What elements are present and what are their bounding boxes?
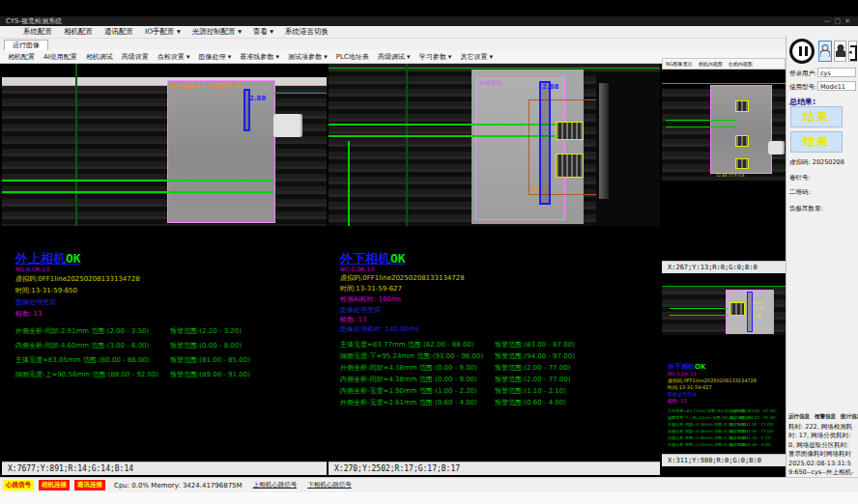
small-top-green-line-1 — [666, 120, 737, 121]
result-box-upper: 结果 — [790, 106, 843, 127]
small-top-tabs: NG图像显示 相机内视图 右相内视图 — [662, 58, 786, 70]
window-titlebar: CYS-视觉检测系统 — [0, 16, 858, 26]
toolbar-plc-address[interactable]: PLC地址表 — [336, 52, 369, 62]
login-user-label: 登录用户: — [789, 70, 816, 78]
middle-scene-vline-1 — [348, 141, 350, 226]
left-scene-green-line-1 — [2, 180, 273, 182]
comm-connect-badge: 通讯连接 — [74, 480, 105, 490]
small-bottom-annotation: 83.7795.244.38 — [753, 300, 763, 319]
small-bottom-row: 外侧全桥-间隙=4.38mm 范围:(0.00 - 9.00)预警范围:(2.0… — [668, 422, 748, 427]
pause-icon — [799, 46, 802, 56]
small-bottom-row: 外侧全桥-宽度=2.61mm 范围:(0.60 - 4.00)预警范围:(0.6… — [668, 442, 748, 447]
menu-item-comm-config[interactable]: 通讯配置 — [104, 27, 133, 37]
small-bottom-row: 主体宽度=83.77mm 范围:(82.00 - 88.00)预警范围:(83.… — [668, 408, 746, 413]
menu-item-light-config[interactable]: 光源控制配置 ▾ — [192, 27, 242, 37]
middle-ai-time: 检测AI耗时: 160ms — [340, 294, 401, 304]
toolbar-advanced-debug[interactable]: 高级调试 ▾ — [378, 52, 411, 62]
tab-alarm-info[interactable]: 报警信息 — [815, 413, 836, 420]
middle-measure-row: 主体宽度=83.77mm 范围:(82.00 - 88.00)预警范围:(83.… — [340, 340, 474, 350]
toolbar-advanced-settings[interactable]: 高级设置 — [122, 52, 149, 62]
toolbar-ai-config[interactable]: AI使用配置 — [43, 52, 77, 62]
small-bottom-green-line-2 — [670, 315, 728, 316]
small-top-weld-box-1 — [735, 100, 749, 112]
left-time: 时间:13-31-59-650 — [15, 286, 77, 295]
left-measure-row: 隔圈宽度-上=90.56mm 范围:(88.00 - 92.00)预警范围:(8… — [15, 370, 158, 379]
tab-run-info[interactable]: 运行信息 — [788, 413, 810, 420]
app-window: CYS-视觉检测系统 —▢✕ e 系统配置 相机配置 通讯配置 IO手配置 ▾ … — [0, 0, 858, 504]
toolbar-test-params[interactable]: 测试项参数 ▾ — [288, 52, 328, 62]
small-top-olive-line — [662, 83, 786, 84]
model-field[interactable]: Mode11 — [817, 81, 856, 91]
menu-item-system-config[interactable]: 系统配置 — [23, 27, 52, 37]
user-login-button[interactable] — [818, 41, 832, 62]
middle-result-ok: OK — [390, 251, 406, 266]
middle-camera-viewport[interactable]: AI检测框 检测区域 2.88 外下相机OK NG:0,OK:13 虚拟码:0F… — [329, 64, 660, 462]
left-scene-green-line-2 — [2, 191, 273, 193]
small-bottom-time: 时间:13-31-59-627 — [668, 384, 712, 390]
info-tabs: 运行信息 报警信息 统计信息 — [788, 413, 856, 420]
left-scene-teal-line — [273, 93, 327, 94]
middle-measure-row: 外侧全桥-宽度=2.61mm 范围:(0.60 - 4.00)预警范围:(0.6… — [340, 398, 477, 407]
pause-button[interactable] — [789, 39, 815, 64]
middle-measure-row: 隔圈宽度-下=95.24mm 范围:(93.00 - 98.00)预警范围:(9… — [340, 351, 483, 361]
left-measure-row: 外侧全桥-间隙:2.91mm 范围:(2.00 - 3.50)预警范围:(2.2… — [15, 326, 149, 336]
small-bottom-green-line-1 — [670, 308, 728, 309]
small-bottom-barcode: 虚拟码:0FF1line20250208133134728 — [668, 378, 757, 383]
toolbar-image-processing[interactable]: 图像处理 ▾ — [199, 52, 232, 62]
menu-item-language[interactable]: 系统语言切换 — [285, 27, 329, 37]
small-bottom-frames: 幅数: 13 — [668, 398, 687, 404]
middle-measure-row: 内侧全桥-宽度=1.90mm 范围:(1.00 - 2.20)预警范围:(1.1… — [340, 386, 477, 396]
tab-ng-image[interactable]: NG图像显示 — [666, 61, 693, 67]
left-measure-row: 主体宽度=83.05mm 范围:(80.00 - 86.00)预警范围:(81.… — [15, 355, 150, 365]
middle-scene-top-line — [329, 68, 660, 69]
user-switch-button[interactable] — [834, 41, 846, 62]
small-top-weld-box-3 — [735, 158, 749, 169]
small-top-green-line-2 — [666, 126, 737, 127]
toolbar-learning-params[interactable]: 学习参数 ▾ — [419, 52, 452, 62]
middle-scene-vline-2 — [406, 64, 408, 226]
small-top-statusbar: X:267;Y:13;R:0;G:0;B:0 — [662, 261, 786, 273]
toolbar-camera-config[interactable]: 相机配置 — [8, 52, 35, 62]
middle-measure-row: 内侧全桥-间隙=4.38mm 范围:(0.00 - 9.00)预警范围:(2.0… — [340, 375, 477, 384]
toolbar-other-settings[interactable]: 其它设置 ▾ — [460, 52, 493, 62]
left-barcode: 虚拟码:0FF1line20250208133134728 — [15, 274, 140, 284]
small-bottom-weld-box — [729, 302, 745, 316]
heartbeat-badge: 心跳信号 — [3, 480, 34, 490]
small-top-viewport[interactable]: 12.88 17.5 0.8 — [662, 70, 786, 261]
camera-connect-badge: 相机连接 — [39, 480, 70, 490]
left-measure-row: 内侧全桥-间隙:4.60mm 范围:(3.00 - 6.00)预警范围:(0.0… — [15, 341, 149, 350]
toolbar-spot-check[interactable]: 点检设置 ▾ — [157, 52, 190, 62]
lower-camera-heartbeat-link[interactable]: 下相机心跳信号 — [307, 481, 352, 490]
menu-bar: 系统配置 相机配置 通讯配置 IO手配置 ▾ 光源控制配置 ▾ 查看 ▾ 系统语… — [0, 26, 858, 39]
toolbar-baseline-params[interactable]: 基准线参数 ▾ — [240, 52, 279, 62]
small-bottom-statusbar: X:311;Y:980;R:0;G:0;B:0 — [662, 454, 786, 466]
model-label: 使用型号: — [789, 83, 816, 92]
small-bottom-sub: NG:0,OK:13 — [668, 371, 696, 377]
tab-stats-info[interactable]: 统计信息 — [841, 413, 858, 420]
middle-measure-marker — [539, 81, 551, 205]
menu-item-io-config[interactable]: IO手配置 ▾ — [145, 27, 181, 37]
toolbar-camera-debug[interactable]: 相机调试 — [86, 52, 113, 62]
middle-measure-row: 外侧全桥-间隙=4.38mm 范围:(0.00 - 9.00)预警范围:(2.0… — [340, 363, 477, 373]
minimize-icon[interactable]: — — [824, 17, 835, 25]
tab-right-camera-view[interactable]: 右相内视图 — [729, 61, 753, 67]
tab-camera-view[interactable]: 相机内视图 — [699, 61, 723, 67]
left-scene-connector — [273, 114, 302, 137]
status-bar: 心跳信号 相机连接 通讯连接 Cpu: 0.0% Memory: 3424.41… — [0, 477, 858, 492]
logout-button[interactable]: ◂ — [848, 41, 857, 62]
middle-ai-label: AI检测框 — [479, 79, 502, 88]
middle-scene-metal-strip — [599, 83, 609, 199]
left-result-sub: NG:0,OK:13 — [15, 266, 49, 272]
menu-item-camera-config[interactable]: 相机配置 — [64, 27, 93, 37]
middle-cost: 图像处理耗时: 140.00ms — [340, 324, 419, 334]
close-icon[interactable]: ✕ — [844, 17, 854, 25]
maximize-icon[interactable]: ▢ — [835, 17, 845, 25]
small-bottom-viewport[interactable]: 83.7795.244.38 外下相机OK NG:0,OK:13 虚拟码:0FF… — [662, 273, 786, 454]
menu-item-view[interactable]: 查看 ▾ — [253, 27, 273, 37]
left-result-ok: OK — [66, 251, 81, 266]
left-scene-machinery — [2, 86, 327, 226]
left-camera-viewport[interactable]: 静态阈值:93, 动态阈值:100 2.88 外上相机OK NG:0,OK:13… — [2, 64, 327, 462]
login-user-field[interactable]: cys — [817, 68, 856, 77]
left-threshold-label: 静态阈值:93, 动态阈值:100 — [171, 82, 243, 91]
upper-camera-heartbeat-link[interactable]: 上相机心跳信号 — [253, 481, 298, 490]
